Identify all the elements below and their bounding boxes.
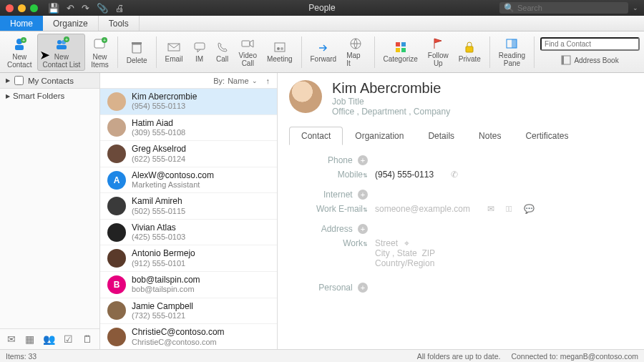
svg-rect-24 (401, 48, 406, 52)
tab-organize[interactable]: Organize (43, 16, 99, 31)
contact-detail-pane: Kim Abercrombie Job Title Office , Depar… (278, 73, 644, 349)
contact-row[interactable]: Antonio Bermejo(912) 555-0101 (100, 245, 277, 272)
minimize-window-button[interactable] (18, 4, 26, 12)
disclosure-triangle-icon: ▶ (6, 93, 10, 99)
addr-state[interactable]: State (397, 248, 417, 258)
list-sort-header[interactable]: By: Name ⌄ ↑ (100, 73, 277, 89)
zoom-window-button[interactable] (30, 4, 38, 12)
call-button[interactable]: Call (212, 39, 233, 64)
job-title-placeholder[interactable]: Job Title (332, 97, 450, 107)
disclosure-triangle-icon: ▶ (6, 77, 10, 84)
contact-row-name: Jamie Campbell (132, 301, 193, 311)
tab-tools[interactable]: Tools (99, 16, 140, 31)
calendar-module-icon[interactable]: ▦ (25, 333, 34, 345)
chat-icon[interactable]: 💬 (524, 204, 535, 214)
contact-row-sub: (309) 555-0108 (132, 128, 185, 137)
chevron-down-icon[interactable]: ⌄ (633, 4, 638, 11)
addr-city[interactable]: City (375, 248, 390, 258)
svg-rect-1 (15, 45, 24, 50)
sort-ascending-icon[interactable]: ↑ (266, 77, 270, 85)
contact-row[interactable]: Hatim Aiad(309) 555-0108 (100, 115, 277, 142)
addr-street[interactable]: Street (375, 238, 398, 248)
svg-rect-21 (396, 42, 400, 47)
people-module-icon[interactable]: 👥 (43, 333, 55, 345)
find-contact-input[interactable] (540, 37, 640, 51)
tab-details[interactable]: Details (416, 127, 467, 145)
map-it-button[interactable]: Map It (342, 36, 369, 69)
contact-row[interactable]: Bbob@tailspin.combob@tailspin.com (100, 272, 277, 298)
tasks-module-icon[interactable]: ☑︎ (64, 333, 73, 345)
add-phone-button[interactable]: + (358, 155, 368, 165)
forward-button[interactable]: Forward (306, 39, 341, 64)
phone-value[interactable]: (954) 555-0113 (375, 170, 434, 180)
contact-row[interactable]: Vivian Atlas(425) 555-0103 (100, 220, 277, 246)
contact-row[interactable]: Jamie Campbell(732) 555-0121 (100, 298, 277, 325)
sidebar-module-switcher: ✉︎ ▦ 👥 ☑︎ 🗒 (0, 328, 99, 349)
email-placeholder[interactable]: someone@example.com (375, 204, 470, 214)
add-address-button[interactable]: + (358, 224, 368, 234)
tab-certificates[interactable]: Certificates (513, 127, 580, 145)
chevron-down-icon: ⌄ (252, 77, 258, 84)
phone-type-selector[interactable]: Mobile⇅ (289, 170, 368, 180)
add-personal-button[interactable]: + (358, 283, 368, 293)
im-button[interactable]: IM (189, 39, 210, 64)
delete-button[interactable]: Delete (122, 38, 152, 66)
contact-row[interactable]: Kim Abercrombie(954) 555-0113 (100, 89, 277, 115)
print-icon[interactable]: 🖨 (115, 3, 125, 14)
global-search-input[interactable] (517, 4, 618, 12)
new-items-button[interactable]: + New Items (87, 34, 112, 70)
categorize-button[interactable]: Categorize (379, 39, 421, 64)
video-chat-icon[interactable]: ▢⃞ (506, 204, 512, 214)
undo-icon[interactable]: ↶ (67, 3, 74, 14)
contact-row-sub: (622) 555-0124 (132, 155, 186, 164)
meeting-button[interactable]: Meeting (263, 39, 297, 64)
new-contact-button[interactable]: + New Contact (3, 34, 36, 70)
map-pin-icon[interactable]: ⌖ (404, 238, 409, 248)
contact-row[interactable]: AAlexW@contoso.comMarketing Assistant (100, 167, 277, 194)
window-title: People (308, 3, 335, 13)
new-contact-list-button[interactable]: + New Contact List (37, 34, 85, 71)
globe-icon (349, 37, 362, 50)
sidebar-item-my-contacts[interactable]: ▶ My Contacts (0, 73, 99, 89)
private-button[interactable]: Private (454, 39, 485, 64)
notes-module-icon[interactable]: 🗒 (82, 333, 92, 345)
add-internet-button[interactable]: + (358, 190, 368, 200)
redo-icon[interactable]: ↷ (82, 3, 89, 14)
contact-row[interactable]: Greg Akselrod(622) 555-0124 (100, 141, 277, 167)
addr-country[interactable]: Country/Region (375, 258, 435, 268)
contact-list[interactable]: Kim Abercrombie(954) 555-0113Hatim Aiad(… (100, 89, 277, 349)
contact-row-sub: (912) 555-0101 (132, 259, 195, 268)
global-search[interactable]: 🔍 (499, 2, 628, 14)
contact-row[interactable]: Kamil Amireh(502) 555-0115 (100, 193, 277, 220)
section-internet: Internet + (289, 190, 368, 200)
calendar-people-icon (273, 41, 286, 54)
phone-dial-icon[interactable]: ✆ (451, 170, 458, 180)
sort-by-value: Name (228, 77, 248, 85)
tab-organization[interactable]: Organization (343, 127, 416, 145)
attachment-icon[interactable]: 📎 (97, 3, 108, 14)
new-items-icon: + (92, 36, 108, 52)
sidebar-item-smart-folders[interactable]: ▶ Smart Folders (0, 89, 99, 103)
tab-home[interactable]: Home (0, 16, 43, 31)
close-window-button[interactable] (6, 4, 14, 12)
reading-pane-button[interactable]: Reading Pane (494, 36, 530, 69)
my-contacts-checkbox[interactable] (14, 76, 24, 85)
contact-row[interactable]: ChristieC@contoso.comChristieC@contoso.c… (100, 324, 277, 349)
save-icon[interactable]: 💾 (48, 3, 59, 14)
address-type-selector[interactable]: Work⇅ (289, 238, 368, 248)
label: Reading Pane (499, 52, 525, 67)
addr-zip[interactable]: ZIP (421, 248, 435, 258)
email-button[interactable]: Email (161, 39, 187, 64)
tab-notes[interactable]: Notes (467, 127, 513, 145)
mail-module-icon[interactable]: ✉︎ (7, 333, 16, 345)
send-email-icon[interactable]: ✉︎ (487, 204, 494, 214)
address-book-button[interactable]: Address Book (540, 54, 640, 67)
label: IM (195, 55, 203, 63)
office-dept-company-placeholder[interactable]: Office , Department , Company (332, 107, 450, 117)
follow-up-button[interactable]: Follow Up (424, 36, 453, 69)
tab-contact[interactable]: Contact (289, 127, 343, 145)
detail-tabs: Contact Organization Details Notes Certi… (289, 127, 633, 145)
contact-avatar (107, 145, 126, 163)
video-call-button[interactable]: Video Call (235, 36, 261, 69)
email-type-selector[interactable]: Work E-mail⇅ (289, 204, 368, 214)
